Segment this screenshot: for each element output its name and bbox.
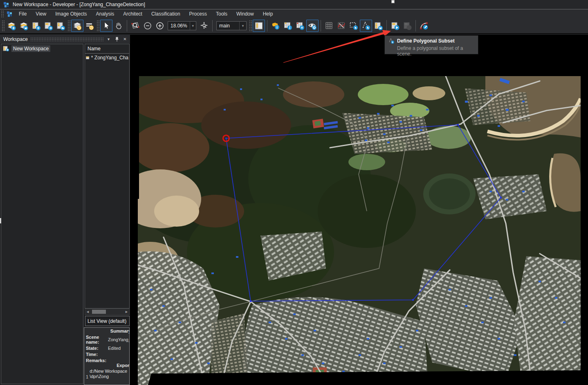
scrollbar-track[interactable] bbox=[90, 309, 124, 315]
tooltip-define-polygonal-subset: Define Polygonal Subset Define a polygon… bbox=[384, 35, 478, 54]
summary-value-state: Edited bbox=[108, 346, 130, 351]
panel-pin-icon[interactable] bbox=[113, 36, 120, 43]
toolbar-grip bbox=[2, 20, 4, 32]
minus-circle-icon bbox=[143, 21, 153, 31]
navigate-magnifier-icon bbox=[199, 21, 209, 31]
menu-file[interactable]: File bbox=[14, 9, 31, 18]
scene-list-item[interactable]: * ZongYang_Cha bbox=[85, 54, 129, 62]
chevron-down-icon[interactable]: ▾ bbox=[190, 22, 196, 30]
thematic-layer-attribute-button[interactable] bbox=[294, 20, 306, 32]
scrollbar-thumb[interactable] bbox=[92, 310, 106, 314]
select-cursor-button[interactable] bbox=[100, 20, 112, 32]
new-project-button[interactable] bbox=[5, 20, 18, 32]
toolbar-separator bbox=[127, 20, 127, 32]
save-project-button[interactable] bbox=[18, 20, 30, 32]
menu-window[interactable]: Window bbox=[232, 9, 258, 18]
define-rectangular-subset-button[interactable] bbox=[348, 20, 360, 32]
table-info-icon bbox=[283, 21, 293, 31]
chevron-down-icon[interactable]: ▾ bbox=[239, 22, 246, 30]
toolbar-separator bbox=[386, 20, 387, 32]
summary-value-scene-name: ZongYang_ bbox=[108, 337, 130, 342]
summary-label-scene-name: Scene name: bbox=[86, 335, 107, 344]
summary-header: Summary bbox=[84, 329, 130, 333]
menu-grip bbox=[1, 10, 4, 18]
panel-stop-icon bbox=[402, 21, 412, 31]
menu-view[interactable]: View bbox=[31, 9, 51, 18]
toolbar-separator bbox=[212, 20, 213, 32]
menu-bar: File View Image Objects Analysis Archite… bbox=[0, 9, 588, 18]
zoom-level-value: 18.06% bbox=[168, 23, 190, 29]
polygon-subset-cursor-icon bbox=[361, 21, 371, 31]
toolbar-grip bbox=[67, 20, 70, 32]
scroll-right-arrow-icon[interactable]: ► bbox=[124, 309, 129, 315]
menu-tools[interactable]: Tools bbox=[211, 9, 232, 18]
cursor-icon bbox=[101, 21, 111, 31]
bar-time-button[interactable] bbox=[83, 20, 96, 32]
class-legend-button[interactable] bbox=[269, 20, 282, 32]
scene-list-panel[interactable]: Name * ZongYang_Cha bbox=[85, 44, 130, 308]
table-toggle-icon bbox=[295, 21, 305, 31]
pixel-grid-button[interactable] bbox=[323, 20, 335, 32]
map-view-combo[interactable]: main ▾ bbox=[216, 21, 247, 30]
scroll-left-arrow-icon[interactable]: ◄ bbox=[85, 309, 90, 315]
workspace-tree-root[interactable]: New Workspace bbox=[1, 44, 83, 53]
menu-classification[interactable]: Classification bbox=[147, 9, 185, 18]
polygon-subset-cursor-icon bbox=[388, 38, 395, 44]
workspace-drag-grip[interactable] bbox=[30, 37, 104, 41]
summary-label-state: State: bbox=[86, 346, 107, 351]
toolbar-separator bbox=[321, 20, 321, 32]
map-viewport[interactable] bbox=[138, 76, 581, 385]
cut-objects-button[interactable] bbox=[335, 20, 348, 32]
workspace-tree-root-label[interactable]: New Workspace bbox=[11, 45, 50, 52]
panel-add-icon bbox=[31, 21, 41, 31]
layers-time-button[interactable] bbox=[71, 20, 83, 32]
export-row-index: 1 bbox=[86, 374, 88, 379]
import-scene-button[interactable] bbox=[42, 20, 54, 32]
add-scene-button[interactable] bbox=[30, 20, 42, 32]
zoom-out-button[interactable] bbox=[141, 20, 154, 32]
menu-process[interactable]: Process bbox=[185, 9, 211, 18]
menu-image-objects[interactable]: Image Objects bbox=[51, 9, 91, 18]
run-process-button[interactable] bbox=[389, 20, 401, 32]
menu-architect[interactable]: Architect bbox=[119, 9, 147, 18]
list-view-mode-combo[interactable]: List View (default) bbox=[85, 316, 130, 326]
layers-save-icon bbox=[19, 21, 29, 31]
save-subset-button[interactable] bbox=[372, 20, 384, 32]
workspace-tree-panel[interactable]: New Workspace bbox=[1, 44, 83, 384]
define-polygonal-subset-button[interactable] bbox=[360, 20, 372, 32]
zoom-level-combo[interactable]: 18.06% ▾ bbox=[168, 21, 196, 30]
export-row: 1 d:/New Workspace\dpr\Zong bbox=[86, 369, 129, 379]
open-workspace-button[interactable] bbox=[54, 20, 67, 32]
edit-polygon-button[interactable] bbox=[418, 20, 430, 32]
menu-analysis[interactable]: Analysis bbox=[92, 9, 119, 18]
panel-menu-chevron-icon[interactable]: ▾ bbox=[105, 36, 112, 43]
zoom-area-button[interactable] bbox=[129, 20, 141, 32]
zoom-in-button[interactable] bbox=[154, 20, 166, 32]
panel-folder-icon bbox=[56, 21, 65, 31]
layout-panel-button[interactable] bbox=[253, 20, 265, 32]
eye-gear-icon bbox=[307, 21, 317, 31]
pan-button[interactable] bbox=[112, 20, 125, 32]
navigate-button[interactable] bbox=[198, 20, 210, 32]
menu-help[interactable]: Help bbox=[258, 9, 278, 18]
window-title: New Workspace - Developer - [ZongYang_Ch… bbox=[13, 2, 145, 7]
document-icon[interactable] bbox=[7, 11, 13, 17]
stop-process-button[interactable] bbox=[401, 20, 413, 32]
image-object-info-button[interactable] bbox=[282, 20, 294, 32]
layers-add-icon bbox=[7, 21, 16, 31]
list-view-mode-value: List View (default) bbox=[85, 318, 126, 324]
toolbar-separator bbox=[415, 20, 416, 32]
tooltip-description: Define a polygonal subset of a scene. bbox=[397, 45, 475, 57]
toolbar-grip bbox=[97, 20, 99, 32]
grid-icon bbox=[324, 21, 334, 31]
toolbar-grip bbox=[249, 20, 252, 32]
list-column-header-name[interactable]: Name bbox=[85, 44, 129, 54]
curve-edit-icon bbox=[419, 21, 429, 31]
list-horizontal-scrollbar[interactable]: ◄ ► bbox=[85, 308, 130, 315]
workspace-icon bbox=[3, 46, 9, 52]
splitter-handle[interactable] bbox=[0, 218, 1, 223]
export-row-path: d:/New Workspace\dpr\Zong bbox=[90, 369, 129, 379]
view-settings-button[interactable] bbox=[306, 20, 319, 32]
rectangle-subset-cursor-icon bbox=[349, 21, 359, 31]
panel-close-icon[interactable]: ✕ bbox=[121, 36, 128, 43]
